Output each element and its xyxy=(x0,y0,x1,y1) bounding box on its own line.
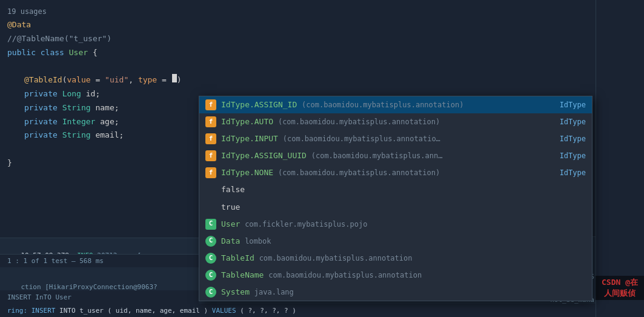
autocomplete-dropdown[interactable]: f IdType.ASSIGN_ID (com.baomidou.mybatis… xyxy=(199,96,593,301)
ac-icon-f-1: f xyxy=(205,116,216,127)
log-line-2: ction [HikariProxyConnection@9063? xyxy=(5,272,195,290)
ac-item-user[interactable]: C User com.fickler.mybatisplus.pojo xyxy=(199,216,592,233)
ac-icon-c-tablename: C xyxy=(205,270,216,281)
ac-item-system[interactable]: C System java.lang xyxy=(199,284,592,301)
ac-icon-empty-5 xyxy=(205,185,216,196)
ac-icon-f-4: f xyxy=(205,167,216,178)
code-line-class: public class User { xyxy=(0,46,200,60)
ac-icon-c-user: C xyxy=(205,219,216,230)
test-info-text: 1 : 1 of 1 test – 568 ms xyxy=(7,257,104,265)
code-line-field-email: private String email; xyxy=(0,128,200,142)
ac-item-true[interactable]: true xyxy=(199,199,592,216)
test-info-bar: 1 : 1 of 1 test – 568 ms xyxy=(0,254,200,267)
ac-icon-f-0: f xyxy=(205,99,216,110)
code-line-field-id: private Long id; xyxy=(0,87,200,101)
ac-icon-empty-6 xyxy=(205,202,216,213)
code-line-close: } xyxy=(0,156,200,170)
usage-count: 19 usages xyxy=(0,5,200,18)
code-line-empty2 xyxy=(0,142,200,156)
insert-line: INSERT InTO User xyxy=(0,290,200,304)
ac-item-data[interactable]: C Data lombok xyxy=(199,233,592,250)
code-line-tableid[interactable]: @TableId(value = "uid", type = ) xyxy=(0,73,200,87)
code-line-comment: //@TableName("t_user") xyxy=(0,32,200,46)
ac-item-assign-id[interactable]: f IdType.ASSIGN_ID (com.baomidou.mybatis… xyxy=(199,96,592,113)
ac-icon-c-system: C xyxy=(205,287,216,298)
code-line-field-name: private String name; xyxy=(0,101,200,115)
ac-item-none[interactable]: f IdType.NONE (com.baomidou.mybatisplus.… xyxy=(199,164,592,181)
ac-icon-f-2: f xyxy=(205,133,216,144)
right-panel xyxy=(596,0,644,317)
ac-item-assign-uuid[interactable]: f IdType.ASSIGN_UUID (com.baomidou.mybat… xyxy=(199,147,592,164)
insert-text: INSERT InTO User xyxy=(7,293,71,301)
ac-item-false[interactable]: false xyxy=(199,181,592,198)
ac-item-tablename[interactable]: C TableName com.baomidou.mybatisplus.ann… xyxy=(199,267,592,284)
code-line-empty xyxy=(0,59,200,73)
ac-item-auto[interactable]: f IdType.AUTO (com.baomidou.mybatisplus.… xyxy=(199,113,592,130)
cursor xyxy=(172,74,177,82)
csdn-watermark: CSDN @在人间贩侦 xyxy=(596,276,644,300)
ac-icon-f-3: f xyxy=(205,150,216,161)
ac-item-input[interactable]: f IdType.INPUT (com.baomidou.mybatisplus… xyxy=(199,130,592,147)
code-line-annotation: @Data xyxy=(0,18,200,32)
code-line-field-age: private Integer age; xyxy=(0,115,200,129)
ac-item-tableid[interactable]: C TableId com.baomidou.mybatisplus.annot… xyxy=(199,250,592,267)
sql-insert-bar: ring: INSERT INTO t_user ( uid, name, ag… xyxy=(0,304,596,317)
ac-icon-c-tableid: C xyxy=(205,253,216,264)
ac-icon-c-data: C xyxy=(205,236,216,247)
